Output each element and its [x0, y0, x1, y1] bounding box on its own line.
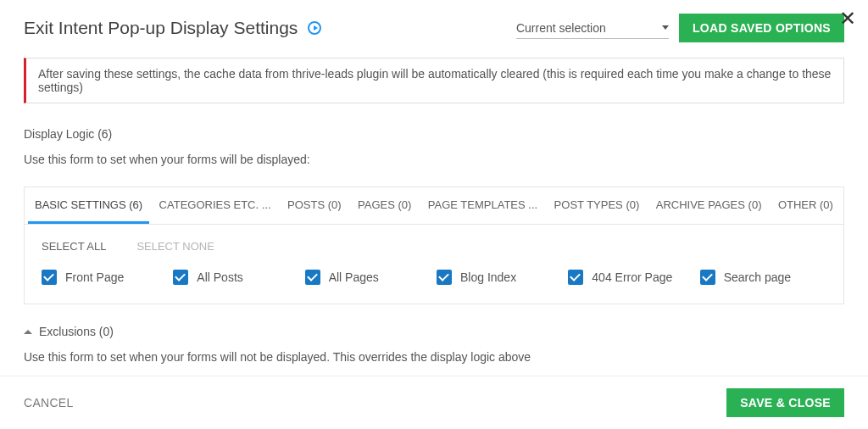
- tab-page-templates[interactable]: PAGE TEMPLATES ...: [421, 187, 544, 224]
- select-controls: SELECT ALL SELECT NONE: [36, 240, 832, 253]
- checkbox-icon: [568, 270, 583, 285]
- option-all-posts[interactable]: All Posts: [173, 270, 304, 285]
- settings-modal: ✕ Exit Intent Pop-up Display Settings Cu…: [0, 0, 868, 429]
- display-logic-panel: BASIC SETTINGS (6) CATEGORIES ETC. ... P…: [24, 187, 844, 304]
- tab-body-basic: SELECT ALL SELECT NONE Front Page All Po…: [25, 225, 843, 304]
- select-value: Current selection: [516, 21, 606, 35]
- load-saved-options-button[interactable]: LOAD SAVED OPTIONS: [679, 14, 844, 42]
- display-logic-subheading: Use this form to set when your forms wil…: [24, 153, 844, 166]
- checkbox-icon: [173, 270, 188, 285]
- checkbox-icon: [437, 270, 452, 285]
- exclusions-heading: Exclusions (0): [39, 325, 114, 338]
- cancel-button[interactable]: CANCEL: [24, 396, 74, 410]
- save-close-button[interactable]: SAVE & CLOSE: [726, 388, 844, 417]
- option-label: All Posts: [197, 270, 242, 284]
- exclusions-toggle[interactable]: Exclusions (0): [24, 325, 844, 338]
- page-title: Exit Intent Pop-up Display Settings: [24, 18, 298, 38]
- options-row: Front Page All Posts All Pages Blog: [36, 270, 832, 285]
- select-none-link[interactable]: SELECT NONE: [136, 240, 214, 253]
- option-404-error[interactable]: 404 Error Page: [568, 270, 699, 285]
- display-logic-heading: Display Logic (6): [24, 127, 844, 141]
- option-label: Front Page: [65, 270, 124, 284]
- modal-header: Exit Intent Pop-up Display Settings Curr…: [24, 7, 844, 58]
- tab-pages[interactable]: PAGES (0): [351, 187, 418, 224]
- checkbox-icon: [700, 270, 715, 285]
- option-label: Blog Index: [460, 270, 516, 284]
- option-label: 404 Error Page: [592, 270, 672, 284]
- option-label: All Pages: [329, 270, 379, 284]
- exclusions-subheading: Use this form to set when your forms wil…: [24, 350, 844, 364]
- select-all-link[interactable]: SELECT ALL: [42, 240, 106, 253]
- tab-categories[interactable]: CATEGORIES ETC. ...: [153, 187, 278, 224]
- checkbox-icon: [42, 270, 57, 285]
- modal-scroll[interactable]: Exit Intent Pop-up Display Settings Curr…: [0, 0, 868, 376]
- option-blog-index[interactable]: Blog Index: [437, 270, 568, 285]
- chevron-down-icon: [662, 25, 669, 30]
- modal-viewport: ✕ Exit Intent Pop-up Display Settings Cu…: [0, 0, 868, 429]
- tab-archive-pages[interactable]: ARCHIVE PAGES (0): [649, 187, 769, 224]
- chevron-up-icon: [24, 330, 32, 334]
- checkbox-icon: [305, 270, 320, 285]
- option-all-pages[interactable]: All Pages: [305, 270, 437, 285]
- tab-bar: BASIC SETTINGS (6) CATEGORIES ETC. ... P…: [25, 187, 843, 225]
- tab-posts[interactable]: POSTS (0): [281, 187, 348, 224]
- saved-options-select[interactable]: Current selection: [516, 18, 669, 39]
- option-search-page[interactable]: Search page: [700, 270, 832, 285]
- info-alert: After saving these settings, the cache d…: [24, 58, 844, 103]
- option-front-page[interactable]: Front Page: [42, 270, 173, 285]
- modal-footer: CANCEL SAVE & CLOSE: [0, 376, 868, 429]
- close-icon[interactable]: ✕: [839, 8, 856, 29]
- tab-basic-settings[interactable]: BASIC SETTINGS (6): [28, 187, 149, 224]
- tab-other[interactable]: OTHER (0): [771, 187, 840, 224]
- tab-post-types[interactable]: POST TYPES (0): [548, 187, 647, 224]
- play-icon[interactable]: [308, 21, 321, 35]
- option-label: Search page: [724, 270, 791, 284]
